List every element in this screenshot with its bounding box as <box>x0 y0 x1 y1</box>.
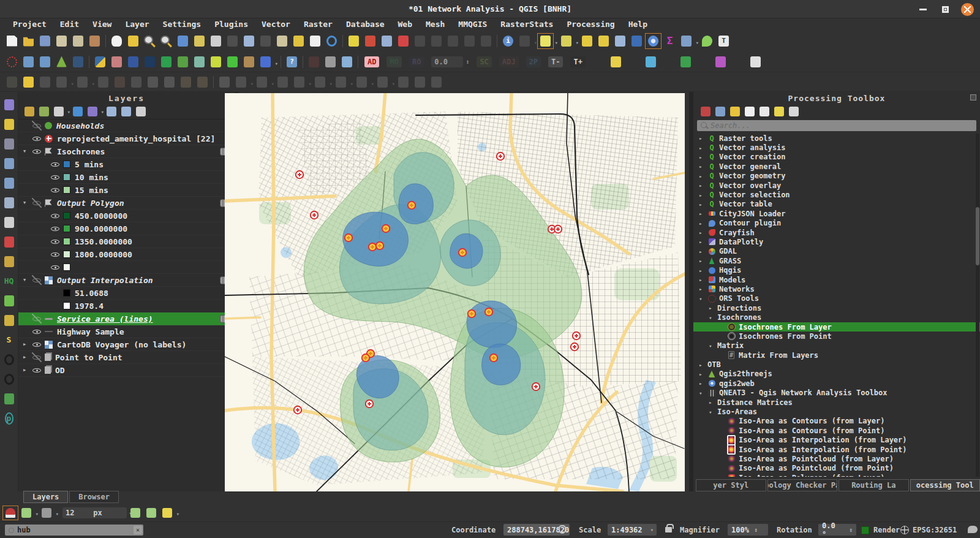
plugin-icon[interactable]: HQ <box>1 273 17 289</box>
toolbar-icon[interactable] <box>274 33 290 49</box>
visibility-toggle-icon[interactable] <box>32 146 42 156</box>
layer-item[interactable]: Point to Point <box>18 351 235 364</box>
toolbar-icon[interactable] <box>595 33 612 49</box>
toolbar-icon[interactable] <box>461 33 478 49</box>
scale-combobox[interactable]: 1:49362 <box>608 524 657 536</box>
toolbar-icon[interactable] <box>257 33 274 49</box>
toolbar-icon[interactable]: 2P <box>522 54 545 70</box>
plugin-icon[interactable] <box>1 214 17 230</box>
toolbar-icon[interactable] <box>161 74 178 90</box>
algorithm-item[interactable]: Iso-Area as Polygons (from Layer) <box>693 473 980 477</box>
toolbar-icon[interactable] <box>125 54 141 70</box>
toolbar-icon[interactable] <box>224 54 241 70</box>
algorithm-item[interactable]: Iso-Area as Contours (from Layer) <box>693 417 980 426</box>
toolbar-icon[interactable] <box>395 33 412 49</box>
menu-item[interactable]: Mesh <box>419 20 451 29</box>
toolbar-icon[interactable] <box>175 54 191 70</box>
toolbar-icon[interactable] <box>86 33 103 49</box>
render-checkbox[interactable] <box>861 526 869 534</box>
toolbar-icon[interactable] <box>37 54 53 70</box>
dock-tab[interactable]: yer Styl <box>696 479 766 491</box>
toolbar-icon[interactable] <box>70 33 86 49</box>
scrollbar[interactable] <box>976 134 979 477</box>
expand-arrow-icon[interactable] <box>699 155 707 159</box>
toolbar-icon[interactable] <box>191 33 208 49</box>
toolbar-icon[interactable] <box>128 74 145 90</box>
visibility-toggle-icon[interactable] <box>50 262 60 272</box>
toolbar-icon[interactable] <box>290 33 307 49</box>
menu-item[interactable]: RasterStats <box>494 20 560 29</box>
processing-toolbar-icon[interactable] <box>713 105 728 118</box>
toolbar-icon[interactable] <box>86 54 92 70</box>
layer-item[interactable]: Isochrones <box>18 145 235 158</box>
toolbar-icon[interactable] <box>208 33 224 49</box>
toolbar-icon[interactable] <box>141 33 158 49</box>
toolbar-icon[interactable]: SC <box>473 54 495 70</box>
layer-item[interactable]: 900.0000000 <box>18 222 235 235</box>
layers-toolbar-icon[interactable] <box>37 105 51 118</box>
menu-item[interactable]: Help <box>622 20 654 29</box>
toolbar-icon[interactable] <box>158 54 175 70</box>
plugin-icon[interactable] <box>1 195 17 211</box>
toolbar-icon[interactable] <box>323 33 340 49</box>
toolbar-icon[interactable] <box>37 74 53 90</box>
toolbar-icon[interactable] <box>339 54 355 70</box>
visibility-toggle-icon[interactable] <box>50 211 60 221</box>
algorithm-item[interactable]: Iso-Areas <box>693 407 980 416</box>
toolbar-icon[interactable] <box>307 33 323 49</box>
algorithm-item[interactable]: Isochrones From Layer <box>693 322 980 332</box>
expand-arrow-icon[interactable] <box>699 363 707 367</box>
toolbar-icon[interactable] <box>178 74 194 90</box>
toolbar-icon[interactable] <box>500 33 516 49</box>
close-button[interactable] <box>961 3 974 16</box>
algorithm-item[interactable]: CityJSON Loader <box>693 209 980 218</box>
snapping-icon[interactable]: px <box>103 506 119 520</box>
processing-search-input[interactable] <box>697 120 976 131</box>
algorithm-item[interactable]: Vector creation <box>693 153 980 162</box>
toolbar-icon[interactable] <box>428 33 445 49</box>
expand-arrow-icon[interactable] <box>699 372 707 376</box>
plugin-icon[interactable] <box>1 234 17 250</box>
locator-input[interactable] <box>17 525 127 536</box>
menu-item[interactable]: Layer <box>118 20 156 29</box>
toolbar-icon[interactable] <box>428 74 445 90</box>
algorithm-item[interactable]: Iso-Area as Interpolation (from Point) <box>693 445 980 454</box>
toolbar-icon[interactable] <box>312 74 328 90</box>
algorithm-item[interactable]: Vector selection <box>693 190 980 199</box>
processing-toolbar-icon[interactable] <box>728 105 742 118</box>
visibility-toggle-icon[interactable] <box>32 352 42 362</box>
toolbar-icon[interactable] <box>53 33 70 49</box>
menu-item[interactable]: View <box>86 20 118 29</box>
layer-item[interactable]: 51.0688 <box>18 287 235 300</box>
toolbar-icon[interactable] <box>579 33 595 49</box>
toolbar-icon[interactable] <box>374 74 391 90</box>
plugin-icon[interactable] <box>1 313 17 328</box>
layer-item[interactable]: 10 mins <box>18 171 235 184</box>
toolbar-icon[interactable] <box>715 33 732 49</box>
toolbar-icon[interactable] <box>395 74 412 90</box>
expand-arrow-icon[interactable] <box>699 287 707 291</box>
toolbar-icon[interactable]: T+ <box>567 54 589 70</box>
plugin-icon[interactable] <box>1 293 17 309</box>
algorithm-item[interactable]: Distance Matrices <box>693 398 980 407</box>
algorithm-item[interactable]: qgis2web <box>693 379 980 388</box>
toolbar-icon[interactable] <box>224 33 241 49</box>
expand-arrow-icon[interactable] <box>709 316 717 320</box>
toolbar-icon[interactable] <box>191 54 208 70</box>
rotation-value[interactable]: 0.0 ° <box>818 524 856 536</box>
layer-item[interactable]: Service area (lines) <box>18 313 235 325</box>
processing-toolbar-icon[interactable] <box>742 105 757 118</box>
toolbar-icon[interactable] <box>445 33 461 49</box>
expand-arrow-icon[interactable] <box>699 164 707 169</box>
layer-item[interactable]: Output Polygon <box>18 197 235 210</box>
toolbar-icon[interactable] <box>95 74 111 90</box>
toolbar-icon[interactable]: T- <box>545 54 567 70</box>
layers-toolbar-icon[interactable] <box>70 105 85 118</box>
expand-arrow-icon[interactable] <box>699 174 707 178</box>
layer-item[interactable]: Highway Sample <box>18 325 235 338</box>
toolbar-icon[interactable] <box>412 74 428 90</box>
visibility-toggle-icon[interactable] <box>50 185 60 195</box>
visibility-toggle-icon[interactable] <box>50 224 60 233</box>
expand-arrow-icon[interactable] <box>699 240 707 244</box>
visibility-toggle-icon[interactable] <box>32 121 42 131</box>
